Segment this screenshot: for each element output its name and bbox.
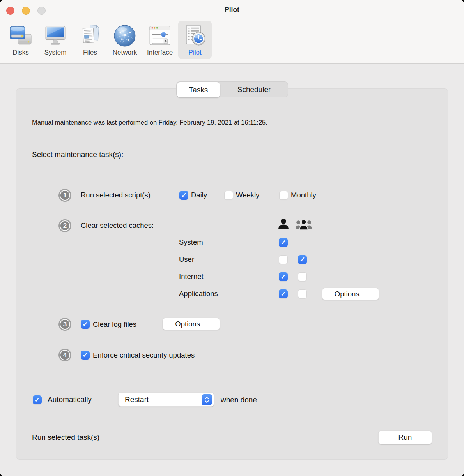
window-title: Pilot xyxy=(0,6,464,14)
user-icon xyxy=(278,218,289,232)
task-number-badge: 3 xyxy=(60,319,70,330)
section-title: Select maintenance task(s): xyxy=(32,150,123,159)
task-number-badge: 2 xyxy=(60,220,70,231)
toolbar-item-system[interactable]: System xyxy=(39,21,72,59)
toolbar-item-network[interactable]: Network xyxy=(108,21,142,59)
log-files-options-button[interactable]: Options… xyxy=(163,318,220,330)
automatically-label: Automatically xyxy=(48,395,92,404)
check-icon: ✓ xyxy=(82,352,88,358)
check-icon: ✓ xyxy=(299,256,305,263)
monthly-checkbox[interactable] xyxy=(279,191,288,200)
toolbar-item-label: Pilot xyxy=(189,49,202,56)
toolbar-item-disks[interactable]: Disks xyxy=(4,21,37,59)
cache-row-label: Applications xyxy=(179,289,218,298)
files-icon xyxy=(78,23,103,48)
toolbar-item-label: Network xyxy=(113,49,137,56)
user-user-checkbox[interactable] xyxy=(279,255,288,264)
group-icon xyxy=(295,219,312,232)
weekly-label: Weekly xyxy=(236,191,259,199)
toolbar-item-interface[interactable]: Interface xyxy=(143,21,177,59)
last-maintenance-status: Manual maintenance was last performed on… xyxy=(32,119,267,126)
toolbar-item-files[interactable]: Files xyxy=(73,21,107,59)
cache-row-label: User xyxy=(179,255,194,264)
tab-tasks[interactable]: Tasks xyxy=(177,82,220,97)
internet-user-checkbox[interactable]: ✓ xyxy=(279,272,288,281)
pilot-icon xyxy=(182,23,207,48)
disks-icon xyxy=(8,23,33,48)
weekly-checkbox[interactable] xyxy=(224,191,233,200)
chevron-up-down-icon xyxy=(202,394,212,405)
toolbar-item-label: System xyxy=(44,49,67,56)
monthly-label: Monthly xyxy=(291,191,316,199)
system-icon xyxy=(43,23,68,48)
task1-label: Run selected script(s): xyxy=(81,191,152,199)
toolbar-item-label: Interface xyxy=(147,49,173,56)
task2-label: Clear selected caches: xyxy=(81,221,154,230)
task-number-badge: 4 xyxy=(60,350,70,360)
check-icon: ✓ xyxy=(280,291,286,297)
interface-icon xyxy=(147,23,172,48)
divider xyxy=(32,134,432,134)
network-icon xyxy=(112,23,137,48)
toolbar-item-label: Disks xyxy=(12,49,29,56)
system-user-checkbox[interactable]: ✓ xyxy=(279,238,288,247)
user-group-checkbox[interactable]: ✓ xyxy=(298,255,307,264)
cache-row-label: Internet xyxy=(179,272,204,281)
tab-bar: Tasks Scheduler xyxy=(176,81,288,97)
clear-log-files-checkbox[interactable]: ✓ xyxy=(81,320,90,329)
when-done-label: when done xyxy=(221,396,257,404)
task3-label: Clear log files xyxy=(93,320,136,329)
cache-row-label: System xyxy=(179,238,203,247)
app-window: Pilot xyxy=(0,0,464,476)
applications-options-button[interactable]: Options… xyxy=(322,288,379,300)
internet-group-checkbox[interactable] xyxy=(298,272,307,281)
toolbar-item-pilot[interactable]: Pilot xyxy=(178,21,212,59)
tab-scheduler[interactable]: Scheduler xyxy=(220,82,288,97)
when-done-action-select[interactable]: Restart xyxy=(118,392,214,407)
check-icon: ✓ xyxy=(280,273,286,280)
toolbar: Disks xyxy=(4,21,213,59)
check-icon: ✓ xyxy=(181,192,186,199)
task4-label: Enforce critical security updates xyxy=(93,351,195,360)
run-selected-tasks-label: Run selected task(s) xyxy=(32,433,99,442)
toolbar-item-label: Files xyxy=(83,49,97,56)
task-number-badge: 1 xyxy=(60,190,70,201)
automatically-checkbox[interactable]: ✓ xyxy=(33,395,42,404)
titlebar-toolbar: Pilot xyxy=(0,0,464,64)
select-value: Restart xyxy=(125,395,149,404)
security-updates-checkbox[interactable]: ✓ xyxy=(81,351,90,360)
check-icon: ✓ xyxy=(280,239,286,246)
applications-user-checkbox[interactable]: ✓ xyxy=(279,289,288,298)
daily-checkbox[interactable]: ✓ xyxy=(179,191,188,200)
applications-group-checkbox[interactable] xyxy=(298,289,307,298)
check-icon: ✓ xyxy=(82,321,88,328)
daily-label: Daily xyxy=(191,191,207,199)
run-button[interactable]: Run xyxy=(378,430,432,444)
check-icon: ✓ xyxy=(34,397,40,403)
